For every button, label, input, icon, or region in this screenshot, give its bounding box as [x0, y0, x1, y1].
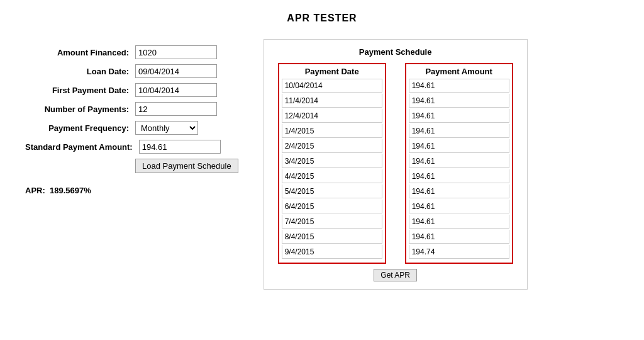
payment-date-col-header: Payment Date	[282, 67, 382, 76]
load-payment-schedule-button[interactable]: Load Payment Schedule	[135, 159, 238, 173]
payment-amount-input[interactable]	[409, 184, 509, 198]
payment-amount-col-header: Payment Amount	[409, 67, 509, 76]
payment-schedule-panel: Payment Schedule Payment Date Payment Am…	[264, 39, 528, 290]
payment-amount-input[interactable]	[409, 109, 509, 123]
first-payment-date-label: First Payment Date:	[25, 86, 135, 95]
payment-amount-input[interactable]	[409, 245, 509, 259]
standard-payment-label: Standard Payment Amount:	[25, 142, 139, 152]
payment-date-input[interactable]	[282, 245, 382, 259]
standard-payment-input[interactable]	[139, 140, 221, 154]
payment-date-input[interactable]	[282, 109, 382, 123]
apr-value: 189.5697%	[50, 186, 91, 195]
loan-date-row: Loan Date:	[25, 64, 238, 78]
num-payments-input[interactable]	[135, 102, 217, 116]
page-title: APR TESTER	[25, 13, 619, 24]
date-inputs-container	[282, 79, 382, 259]
payment-amount-input[interactable]	[409, 215, 509, 229]
left-panel: Amount Financed: Loan Date: First Paymen…	[25, 39, 238, 195]
payment-amount-input[interactable]	[409, 200, 509, 213]
payment-amount-input[interactable]	[409, 230, 509, 244]
amount-inputs-container	[409, 79, 509, 259]
payment-amount-column: Payment Amount	[405, 63, 513, 264]
first-payment-date-input[interactable]	[135, 83, 217, 97]
num-payments-label: Number of Payments:	[25, 105, 135, 114]
get-apr-row: Get APR	[274, 269, 517, 281]
schedule-columns: Payment Date Payment Amount	[274, 63, 517, 264]
loan-date-label: Loan Date:	[25, 67, 135, 76]
payment-frequency-label: Payment Frequency:	[25, 123, 135, 133]
payment-date-input[interactable]	[282, 184, 382, 198]
amount-financed-label: Amount Financed:	[25, 48, 135, 57]
num-payments-row: Number of Payments:	[25, 102, 238, 116]
payment-date-input[interactable]	[282, 79, 382, 93]
first-payment-date-row: First Payment Date:	[25, 83, 238, 97]
payment-frequency-row: Payment Frequency: Monthly Weekly Bi-Wee…	[25, 121, 238, 135]
loan-date-input[interactable]	[135, 64, 217, 78]
payment-amount-input[interactable]	[409, 154, 509, 168]
payment-amount-input[interactable]	[409, 94, 509, 108]
amount-financed-row: Amount Financed:	[25, 45, 238, 59]
payment-frequency-select[interactable]: Monthly Weekly Bi-Weekly	[135, 121, 198, 135]
payment-amount-input[interactable]	[409, 169, 509, 183]
payment-date-input[interactable]	[282, 124, 382, 138]
apr-result: APR: 189.5697%	[25, 186, 238, 195]
payment-date-input[interactable]	[282, 169, 382, 183]
payment-date-input[interactable]	[282, 94, 382, 108]
payment-date-input[interactable]	[282, 200, 382, 213]
schedule-title: Payment Schedule	[274, 47, 517, 57]
payment-amount-input[interactable]	[409, 139, 509, 153]
payment-amount-input[interactable]	[409, 79, 509, 93]
payment-date-input[interactable]	[282, 139, 382, 153]
amount-financed-input[interactable]	[135, 45, 217, 59]
payment-amount-input[interactable]	[409, 124, 509, 138]
payment-date-input[interactable]	[282, 215, 382, 229]
get-apr-button[interactable]: Get APR	[374, 269, 417, 281]
apr-prefix: APR:	[25, 186, 45, 195]
payment-date-input[interactable]	[282, 154, 382, 168]
payment-date-column: Payment Date	[278, 63, 386, 264]
payment-date-input[interactable]	[282, 230, 382, 244]
standard-payment-row: Standard Payment Amount:	[25, 140, 238, 154]
